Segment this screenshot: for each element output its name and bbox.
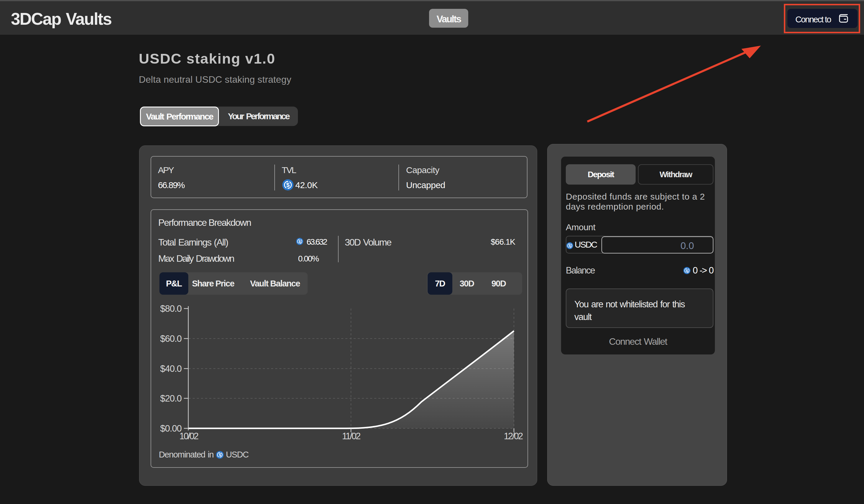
- svg-text:$: $: [219, 452, 221, 457]
- svg-text:$: $: [569, 244, 571, 248]
- svg-text:$: $: [286, 181, 290, 188]
- svg-text:$20.0: $20.0: [160, 393, 181, 404]
- svg-text:12/02: 12/02: [504, 431, 523, 441]
- svg-text:$40.0: $40.0: [160, 364, 181, 374]
- svg-text:$0.00: $0.00: [160, 423, 181, 434]
- svg-text:11/02: 11/02: [342, 431, 360, 441]
- svg-text:$60.0: $60.0: [160, 334, 181, 344]
- svg-text:$80.0: $80.0: [160, 304, 181, 314]
- svg-text:10/02: 10/02: [179, 431, 198, 441]
